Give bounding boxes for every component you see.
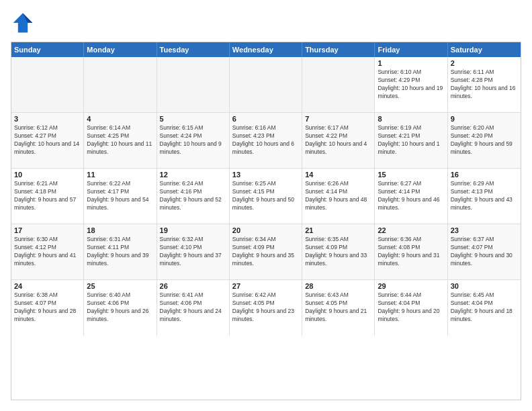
- day-number: 6: [232, 115, 299, 123]
- weekday-header: Tuesday: [157, 42, 230, 57]
- day-info: Sunrise: 6:35 AM Sunset: 4:09 PM Dayligh…: [305, 236, 371, 268]
- calendar: SundayMondayTuesdayWednesdayThursdayFrid…: [11, 42, 521, 400]
- day-info: Sunrise: 6:26 AM Sunset: 4:14 PM Dayligh…: [305, 180, 371, 212]
- day-cell: 14Sunrise: 6:26 AM Sunset: 4:14 PM Dayli…: [302, 169, 375, 224]
- day-info: Sunrise: 6:45 AM Sunset: 4:04 PM Dayligh…: [451, 291, 518, 324]
- day-cell: 15Sunrise: 6:27 AM Sunset: 4:14 PM Dayli…: [375, 169, 447, 224]
- day-number: 7: [305, 115, 371, 123]
- day-info: Sunrise: 6:44 AM Sunset: 4:04 PM Dayligh…: [378, 291, 444, 324]
- calendar-row: 10Sunrise: 6:21 AM Sunset: 4:18 PM Dayli…: [11, 169, 521, 224]
- day-info: Sunrise: 6:29 AM Sunset: 4:13 PM Dayligh…: [451, 180, 518, 212]
- day-cell: 30Sunrise: 6:45 AM Sunset: 4:04 PM Dayli…: [448, 280, 521, 336]
- day-number: 25: [87, 282, 153, 290]
- day-cell: 5Sunrise: 6:15 AM Sunset: 4:24 PM Daylig…: [157, 113, 230, 168]
- day-info: Sunrise: 6:36 AM Sunset: 4:08 PM Dayligh…: [378, 236, 444, 268]
- day-number: 21: [305, 226, 371, 234]
- day-info: Sunrise: 6:37 AM Sunset: 4:07 PM Dayligh…: [451, 236, 518, 268]
- day-info: Sunrise: 6:21 AM Sunset: 4:18 PM Dayligh…: [14, 180, 81, 212]
- calendar-header: SundayMondayTuesdayWednesdayThursdayFrid…: [11, 42, 521, 57]
- day-info: Sunrise: 6:30 AM Sunset: 4:12 PM Dayligh…: [14, 236, 81, 268]
- day-cell: 9Sunrise: 6:20 AM Sunset: 4:20 PM Daylig…: [448, 113, 521, 168]
- weekday-header: Thursday: [302, 42, 375, 57]
- day-info: Sunrise: 6:32 AM Sunset: 4:10 PM Dayligh…: [160, 236, 226, 268]
- day-number: 16: [451, 171, 518, 179]
- day-info: Sunrise: 6:40 AM Sunset: 4:06 PM Dayligh…: [87, 291, 153, 324]
- day-number: 12: [160, 171, 226, 179]
- day-info: Sunrise: 6:12 AM Sunset: 4:27 PM Dayligh…: [14, 124, 81, 156]
- day-info: Sunrise: 6:31 AM Sunset: 4:11 PM Dayligh…: [87, 236, 153, 268]
- day-cell: 2Sunrise: 6:11 AM Sunset: 4:28 PM Daylig…: [448, 57, 521, 112]
- page: SundayMondayTuesdayWednesdayThursdayFrid…: [0, 0, 532, 411]
- day-number: 3: [14, 115, 81, 123]
- day-number: 9: [451, 115, 518, 123]
- day-number: 29: [378, 282, 444, 290]
- calendar-body: 1Sunrise: 6:10 AM Sunset: 4:29 PM Daylig…: [11, 57, 521, 336]
- day-number: 8: [378, 115, 444, 123]
- day-cell: 18Sunrise: 6:31 AM Sunset: 4:11 PM Dayli…: [84, 224, 157, 279]
- day-number: 19: [160, 226, 226, 234]
- day-number: 18: [87, 226, 153, 234]
- day-number: 15: [378, 171, 444, 179]
- day-number: 1: [378, 59, 444, 67]
- day-number: 28: [305, 282, 371, 290]
- empty-cell: [84, 57, 157, 112]
- day-cell: 1Sunrise: 6:10 AM Sunset: 4:29 PM Daylig…: [375, 57, 447, 112]
- day-number: 22: [378, 226, 444, 234]
- day-cell: 11Sunrise: 6:22 AM Sunset: 4:17 PM Dayli…: [84, 169, 157, 224]
- day-info: Sunrise: 6:14 AM Sunset: 4:25 PM Dayligh…: [87, 124, 153, 156]
- day-info: Sunrise: 6:34 AM Sunset: 4:09 PM Dayligh…: [232, 236, 299, 268]
- weekday-header: Saturday: [448, 42, 521, 57]
- day-info: Sunrise: 6:11 AM Sunset: 4:28 PM Dayligh…: [451, 68, 518, 101]
- day-info: Sunrise: 6:15 AM Sunset: 4:24 PM Dayligh…: [160, 124, 226, 156]
- day-cell: 20Sunrise: 6:34 AM Sunset: 4:09 PM Dayli…: [230, 224, 302, 279]
- day-number: 17: [14, 226, 81, 234]
- calendar-row: 1Sunrise: 6:10 AM Sunset: 4:29 PM Daylig…: [11, 57, 521, 113]
- day-number: 26: [160, 282, 226, 290]
- weekday-header: Wednesday: [230, 42, 302, 57]
- empty-cell: [302, 57, 375, 112]
- day-number: 2: [451, 59, 518, 67]
- logo: [11, 11, 38, 35]
- day-cell: 23Sunrise: 6:37 AM Sunset: 4:07 PM Dayli…: [448, 224, 521, 279]
- day-cell: 8Sunrise: 6:19 AM Sunset: 4:21 PM Daylig…: [375, 113, 447, 168]
- day-cell: 4Sunrise: 6:14 AM Sunset: 4:25 PM Daylig…: [84, 113, 157, 168]
- day-cell: 22Sunrise: 6:36 AM Sunset: 4:08 PM Dayli…: [375, 224, 447, 279]
- day-info: Sunrise: 6:38 AM Sunset: 4:07 PM Dayligh…: [14, 291, 81, 324]
- day-info: Sunrise: 6:27 AM Sunset: 4:14 PM Dayligh…: [378, 180, 444, 212]
- weekday-header: Monday: [84, 42, 157, 57]
- day-number: 14: [305, 171, 371, 179]
- day-cell: 13Sunrise: 6:25 AM Sunset: 4:15 PM Dayli…: [230, 169, 302, 224]
- weekday-header: Sunday: [11, 42, 84, 57]
- day-cell: 6Sunrise: 6:16 AM Sunset: 4:23 PM Daylig…: [230, 113, 302, 168]
- empty-cell: [11, 57, 84, 112]
- day-cell: 3Sunrise: 6:12 AM Sunset: 4:27 PM Daylig…: [11, 113, 84, 168]
- day-info: Sunrise: 6:43 AM Sunset: 4:05 PM Dayligh…: [305, 291, 371, 324]
- day-cell: 16Sunrise: 6:29 AM Sunset: 4:13 PM Dayli…: [448, 169, 521, 224]
- day-info: Sunrise: 6:16 AM Sunset: 4:23 PM Dayligh…: [232, 124, 299, 156]
- empty-cell: [157, 57, 230, 112]
- day-cell: 24Sunrise: 6:38 AM Sunset: 4:07 PM Dayli…: [11, 280, 84, 336]
- empty-cell: [230, 57, 302, 112]
- day-number: 5: [160, 115, 226, 123]
- day-info: Sunrise: 6:10 AM Sunset: 4:29 PM Dayligh…: [378, 68, 444, 101]
- day-info: Sunrise: 6:42 AM Sunset: 4:05 PM Dayligh…: [232, 291, 299, 324]
- day-info: Sunrise: 6:22 AM Sunset: 4:17 PM Dayligh…: [87, 180, 153, 212]
- day-info: Sunrise: 6:25 AM Sunset: 4:15 PM Dayligh…: [232, 180, 299, 212]
- day-info: Sunrise: 6:17 AM Sunset: 4:22 PM Dayligh…: [305, 124, 371, 156]
- day-cell: 7Sunrise: 6:17 AM Sunset: 4:22 PM Daylig…: [302, 113, 375, 168]
- logo-icon: [11, 11, 35, 35]
- day-number: 27: [232, 282, 299, 290]
- day-info: Sunrise: 6:41 AM Sunset: 4:06 PM Dayligh…: [160, 291, 226, 324]
- day-info: Sunrise: 6:20 AM Sunset: 4:20 PM Dayligh…: [451, 124, 518, 156]
- day-cell: 21Sunrise: 6:35 AM Sunset: 4:09 PM Dayli…: [302, 224, 375, 279]
- day-number: 30: [451, 282, 518, 290]
- day-number: 23: [451, 226, 518, 234]
- day-cell: 27Sunrise: 6:42 AM Sunset: 4:05 PM Dayli…: [230, 280, 302, 336]
- calendar-row: 17Sunrise: 6:30 AM Sunset: 4:12 PM Dayli…: [11, 224, 521, 280]
- day-number: 13: [232, 171, 299, 179]
- day-cell: 12Sunrise: 6:24 AM Sunset: 4:16 PM Dayli…: [157, 169, 230, 224]
- weekday-header: Friday: [375, 42, 447, 57]
- day-info: Sunrise: 6:24 AM Sunset: 4:16 PM Dayligh…: [160, 180, 226, 212]
- day-number: 10: [14, 171, 81, 179]
- day-cell: 28Sunrise: 6:43 AM Sunset: 4:05 PM Dayli…: [302, 280, 375, 336]
